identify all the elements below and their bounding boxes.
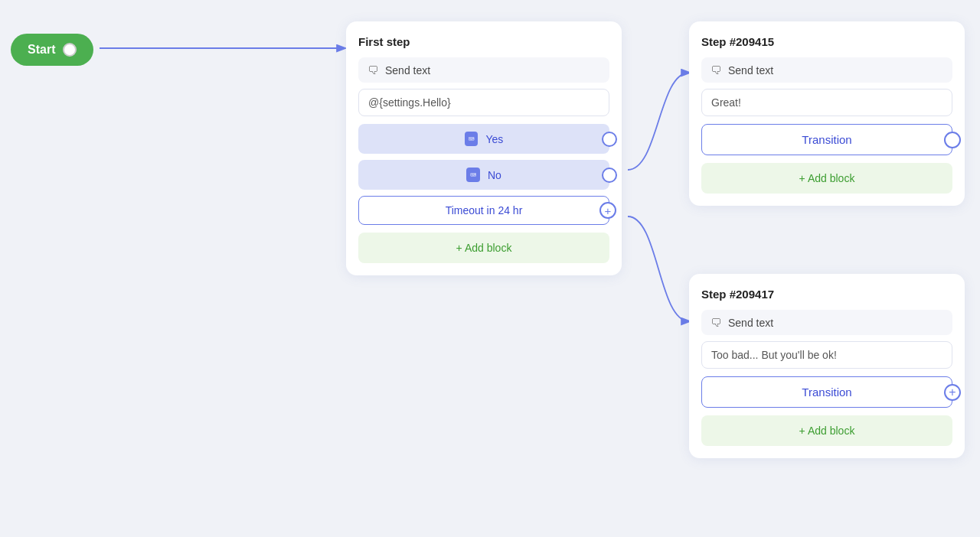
yes-connector-dot: [602, 132, 617, 147]
no-button[interactable]: ⌨ No: [358, 160, 609, 190]
step-209415-transition-button[interactable]: Transition: [701, 124, 952, 155]
first-step-text-value: @{settings.Hello}: [368, 96, 451, 109]
step-209417-add-block-label: + Add block: [799, 425, 855, 437]
first-step-send-text-block: 🗨 Send text: [358, 57, 609, 83]
timeout-label: Timeout in 24 hr: [446, 204, 523, 216]
step-209417-comment-icon: 🗨: [710, 316, 722, 329]
start-label: Start: [28, 43, 55, 57]
step-209417-transition-button[interactable]: Transition +: [701, 376, 952, 408]
no-label: No: [488, 169, 501, 181]
step-209415-card: Step #209415 🗨 Send text Great! Transiti…: [689, 21, 965, 206]
yes-button[interactable]: ⌨ Yes: [358, 124, 609, 154]
timeout-button[interactable]: Timeout in 24 hr +: [358, 196, 609, 225]
yes-keyboard-icon: ⌨: [465, 132, 479, 146]
first-step-card: First step 🗨 Send text @{settings.Hello}…: [346, 21, 622, 275]
yes-label: Yes: [485, 133, 503, 145]
canvas: Start First step 🗨 Send text @{settings.…: [0, 0, 980, 537]
start-connector-dot: [63, 43, 77, 57]
step-209417-transition-plus: +: [944, 384, 961, 401]
step-209415-title: Step #209415: [701, 35, 952, 48]
step-209417-text-field[interactable]: Too bad... But you'll be ok!: [701, 341, 952, 369]
step-209415-send-text-label: Send text: [728, 64, 773, 76]
step-209415-comment-icon: 🗨: [710, 63, 722, 76]
step-209415-text-value: Great!: [711, 96, 741, 109]
timeout-plus-dot: +: [599, 202, 616, 219]
step-209417-title: Step #209417: [701, 288, 952, 301]
step-209415-add-block-label: + Add block: [799, 172, 855, 184]
step-209417-transition-label: Transition: [802, 386, 851, 399]
no-connector-dot: [602, 168, 617, 183]
first-step-add-block-label: + Add block: [456, 242, 512, 254]
start-button[interactable]: Start: [11, 34, 93, 66]
step-209417-add-block-button[interactable]: + Add block: [701, 415, 952, 446]
step-209415-text-field[interactable]: Great!: [701, 89, 952, 116]
step-209415-send-text-block: 🗨 Send text: [701, 57, 952, 83]
first-step-text-field[interactable]: @{settings.Hello}: [358, 89, 609, 116]
step-209417-card: Step #209417 🗨 Send text Too bad... But …: [689, 274, 965, 458]
no-keyboard-icon: ⌨: [466, 168, 480, 182]
step-209417-send-text-label: Send text: [728, 317, 773, 329]
step-209417-text-value: Too bad... But you'll be ok!: [711, 349, 837, 361]
first-step-title: First step: [358, 35, 609, 48]
first-step-send-text-label: Send text: [385, 64, 430, 76]
step-209415-transition-label: Transition: [802, 133, 851, 146]
step-209415-transition-dot: [944, 132, 961, 148]
step-209415-add-block-button[interactable]: + Add block: [701, 163, 952, 194]
step-209417-send-text-block: 🗨 Send text: [701, 310, 952, 335]
first-step-add-block-button[interactable]: + Add block: [358, 233, 609, 263]
first-step-comment-icon: 🗨: [368, 63, 379, 76]
